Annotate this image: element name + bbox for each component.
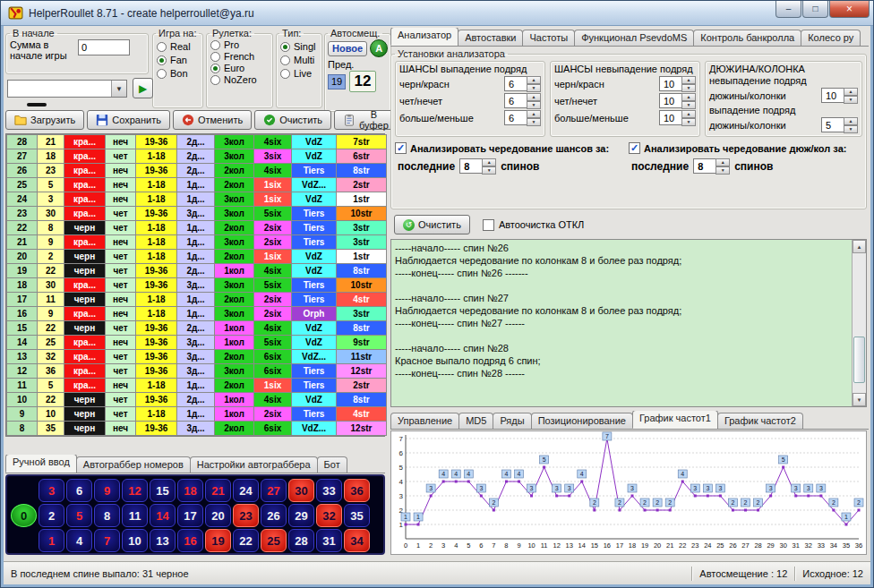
spin-value[interactable]: 5 [821, 117, 844, 132]
radio-nozero[interactable]: NoZero [210, 74, 269, 85]
radio-euro[interactable]: Euro [210, 63, 269, 73]
radio-singl[interactable]: Singl [280, 41, 318, 52]
spin-down-icon[interactable]: ▼ [715, 166, 730, 175]
tab-frequencies[interactable]: Частоты [522, 30, 575, 46]
pad-number-12[interactable]: 12 [122, 479, 148, 502]
tab-freq-chart1[interactable]: График частот1 [632, 411, 718, 429]
table-row[interactable]: 202чернчет1-181д...2кол1sixVdZ1str [7, 250, 387, 264]
pad-number-1[interactable]: 1 [39, 529, 64, 552]
radio-circle[interactable] [210, 75, 220, 85]
table-row[interactable]: 255кра...неч1-181д...2кол1sixVdZ...2str [7, 178, 387, 192]
tab-md5[interactable]: MD5 [458, 413, 493, 429]
scroll-down-icon[interactable]: ▼ [853, 393, 866, 406]
pad-number-11[interactable]: 11 [122, 504, 148, 527]
spin-up-icon[interactable]: ▲ [527, 110, 541, 118]
radio-circle[interactable] [210, 40, 220, 50]
analyzer-clear-button[interactable]: ↺ Очистить [394, 215, 470, 234]
spin-value[interactable]: 8 [693, 158, 716, 174]
radio-bon[interactable]: Bon [157, 68, 199, 79]
pad-number-9[interactable]: 9 [94, 479, 120, 502]
spin-down-icon[interactable]: ▼ [527, 118, 541, 126]
pad-number-30[interactable]: 30 [288, 479, 314, 502]
table-row[interactable]: 2821кра...неч19-362д...3кол4sixVdZ7str [7, 135, 387, 149]
spin-down-icon[interactable]: ▼ [482, 166, 496, 175]
spin-down-icon[interactable]: ▼ [527, 101, 541, 109]
table-row[interactable]: 1236кра...чет19-363д...3кол6sixTiers12st… [7, 364, 387, 379]
spin-up-icon[interactable]: ▲ [527, 76, 541, 84]
spin-up-icon[interactable]: ▲ [681, 110, 696, 118]
radio-fan[interactable]: Fan [157, 55, 199, 65]
radio-circle-selected[interactable] [280, 42, 290, 52]
play-button[interactable]: ▶ [133, 78, 153, 98]
pad-number-34[interactable]: 34 [344, 529, 370, 552]
black-red-hit-spinner[interactable]: 6▲▼ [504, 76, 541, 91]
pad-number-24[interactable]: 24 [233, 479, 259, 502]
table-row[interactable]: 1922чернчет19-362д...1кол4sixVdZ8str [7, 264, 387, 278]
autoclear-checkbox[interactable] [483, 219, 494, 231]
radio-real[interactable]: Real [157, 41, 199, 52]
spin-down-icon[interactable]: ▼ [681, 101, 696, 109]
tab-autograbber-numbers[interactable]: Автограббер номеров [76, 456, 191, 473]
spin-value[interactable]: 10 [659, 93, 682, 108]
table-row[interactable]: 1425кра...неч19-363д...1кол5sixVdZ9str [7, 336, 387, 350]
a-button[interactable]: A [370, 39, 388, 57]
spin-up-icon[interactable]: ▲ [681, 76, 696, 84]
pad-number-19[interactable]: 19 [205, 529, 231, 552]
radio-circle-selected[interactable] [157, 55, 167, 65]
pad-number-32[interactable]: 32 [316, 504, 342, 527]
spin-value[interactable]: 10 [821, 88, 844, 103]
pad-number-18[interactable]: 18 [177, 479, 203, 502]
spin-value[interactable]: 6 [504, 76, 527, 91]
pad-number-29[interactable]: 29 [288, 504, 314, 527]
pad-number-8[interactable]: 8 [94, 504, 120, 527]
high-low-miss-spinner[interactable]: 10▲▼ [659, 110, 696, 125]
spin-value[interactable]: 6 [504, 110, 527, 125]
tab-wheel[interactable]: Колесо ру [801, 30, 861, 46]
spin-value[interactable]: 6 [504, 93, 527, 108]
alt-chances-spinner[interactable]: 8▲▼ [459, 158, 496, 174]
pad-number-17[interactable]: 17 [177, 504, 203, 527]
pad-number-26[interactable]: 26 [261, 504, 287, 527]
tab-manual-input[interactable]: Ручной ввод [5, 455, 77, 473]
tab-bot[interactable]: Бот [317, 456, 347, 473]
chevron-down-icon[interactable]: ▼ [111, 81, 126, 97]
tab-freq-chart2[interactable]: График частот2 [717, 413, 803, 429]
pad-number-33[interactable]: 33 [316, 479, 342, 502]
tab-bankroll[interactable]: Контроль банкролла [693, 30, 801, 46]
radio-circle[interactable] [280, 55, 290, 65]
tab-psevdoms[interactable]: Функционал PsevdoMS [574, 30, 694, 46]
alt-chances-checkbox[interactable]: ✓ [395, 142, 407, 154]
tab-analyzer[interactable]: Анализатор [390, 28, 458, 46]
table-row[interactable]: 1711черннеч1-181д...2кол2sixTiers4str [7, 293, 387, 307]
splitter-handle[interactable] [27, 103, 47, 107]
pad-number-6[interactable]: 6 [66, 479, 92, 502]
minimize-button[interactable]: – [775, 1, 801, 18]
radio-circle[interactable] [210, 52, 220, 62]
alt-dozen-spinner[interactable]: 8▲▼ [693, 158, 730, 174]
pad-number-35[interactable]: 35 [344, 504, 370, 527]
spin-up-icon[interactable]: ▲ [844, 88, 858, 96]
table-row[interactable]: 228чернчет1-181д...2кол2sixTiers3str [7, 221, 387, 235]
table-row[interactable]: 2718кра...чет1-182д...3кол3sixVdZ6str [7, 149, 387, 164]
radio-live[interactable]: Live [280, 68, 318, 79]
tab-autobets[interactable]: Автоставки [458, 30, 523, 46]
even-odd-miss-spinner[interactable]: 10▲▼ [659, 93, 696, 108]
spin-combobox[interactable]: ▼ [7, 80, 127, 98]
load-button[interactable]: Загрузить [5, 110, 84, 130]
spin-down-icon[interactable]: ▼ [681, 84, 696, 92]
pad-number-31[interactable]: 31 [316, 529, 342, 552]
scroll-up-icon[interactable]: ▲ [853, 240, 866, 253]
black-red-miss-spinner[interactable]: 10▲▼ [659, 76, 696, 91]
pad-number-15[interactable]: 15 [150, 479, 176, 502]
clear-button[interactable]: Очистить [254, 110, 331, 130]
spin-up-icon[interactable]: ▲ [844, 117, 858, 125]
even-odd-hit-spinner[interactable]: 6▲▼ [504, 93, 541, 108]
pad-number-27[interactable]: 27 [261, 479, 287, 502]
pad-number-16[interactable]: 16 [177, 529, 203, 552]
spin-up-icon[interactable]: ▲ [681, 93, 696, 101]
radio-circle-selected[interactable] [210, 64, 220, 73]
pad-number-20[interactable]: 20 [205, 504, 231, 527]
start-sum-input[interactable] [78, 39, 130, 55]
pad-number-5[interactable]: 5 [66, 504, 92, 527]
pad-number-4[interactable]: 4 [66, 529, 92, 552]
